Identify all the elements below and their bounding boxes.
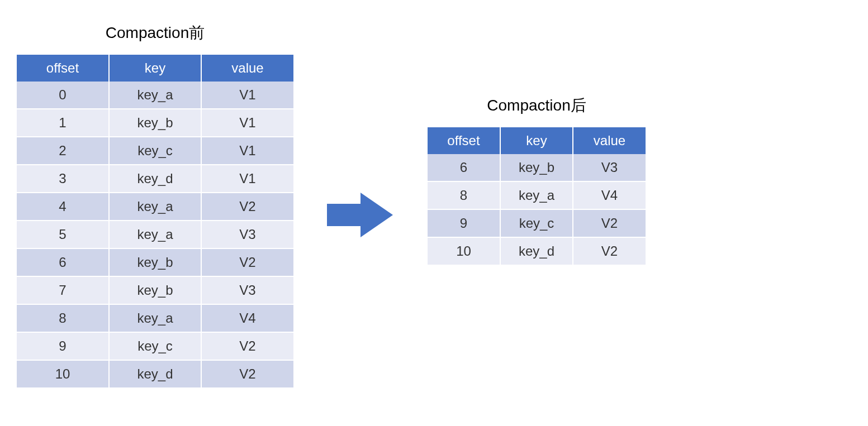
- cell-key: key_b: [500, 154, 573, 181]
- cell-value: V1: [201, 165, 293, 193]
- cell-offset: 8: [17, 304, 109, 332]
- cell-offset: 1: [17, 109, 109, 137]
- cell-key: key_a: [109, 221, 201, 248]
- table-header-row: offset key value: [428, 127, 646, 154]
- header-value: value: [573, 127, 646, 154]
- table-row: 9 key_c V2: [17, 332, 293, 360]
- table-row: 8 key_a V4: [17, 304, 293, 332]
- table-row: 1 key_b V1: [17, 109, 293, 137]
- before-compaction-section: Compaction前 offset key value 0 key_a V1 …: [17, 22, 293, 389]
- cell-key: key_d: [500, 237, 573, 265]
- cell-value: V2: [201, 193, 293, 221]
- cell-value: V2: [201, 248, 293, 276]
- after-table: offset key value 6 key_b V3 8 key_a V4 9: [428, 127, 646, 266]
- table-row: 0 key_a V1: [17, 82, 293, 109]
- svg-marker-0: [327, 193, 393, 237]
- cell-key: key_d: [109, 165, 201, 193]
- cell-value: V4: [573, 181, 646, 209]
- cell-value: V2: [201, 360, 293, 388]
- header-offset: offset: [428, 127, 500, 154]
- table-row: 5 key_a V3: [17, 221, 293, 248]
- cell-offset: 10: [17, 360, 109, 388]
- table-row: 3 key_d V1: [17, 165, 293, 193]
- cell-value: V2: [201, 332, 293, 360]
- cell-value: V3: [573, 154, 646, 181]
- cell-offset: 0: [17, 82, 109, 109]
- cell-value: V3: [201, 221, 293, 248]
- cell-offset: 5: [17, 221, 109, 248]
- header-key: key: [500, 127, 573, 154]
- header-value: value: [201, 55, 293, 82]
- cell-offset: 6: [428, 154, 500, 181]
- table-header-row: offset key value: [17, 55, 293, 82]
- cell-key: key_a: [500, 181, 573, 209]
- cell-key: key_b: [109, 248, 201, 276]
- cell-key: key_c: [109, 137, 201, 165]
- cell-offset: 8: [428, 181, 500, 209]
- table-row: 2 key_c V1: [17, 137, 293, 165]
- after-compaction-section: Compaction后 offset key value 6 key_b V3 …: [428, 95, 646, 266]
- table-row: 6 key_b V2: [17, 248, 293, 276]
- cell-key: key_b: [109, 109, 201, 137]
- cell-key: key_a: [109, 193, 201, 221]
- table-row: 6 key_b V3: [428, 154, 646, 181]
- cell-offset: 4: [17, 193, 109, 221]
- before-title: Compaction前: [106, 22, 205, 44]
- cell-offset: 6: [17, 248, 109, 276]
- cell-key: key_a: [109, 82, 201, 109]
- table-row: 10 key_d V2: [428, 237, 646, 265]
- table-row: 9 key_c V2: [428, 209, 646, 237]
- cell-offset: 9: [17, 332, 109, 360]
- cell-key: key_a: [109, 304, 201, 332]
- cell-key: key_b: [109, 276, 201, 304]
- cell-value: V2: [573, 209, 646, 237]
- arrow-icon: [327, 190, 394, 240]
- header-key: key: [109, 55, 201, 82]
- table-row: 7 key_b V3: [17, 276, 293, 304]
- cell-key: key_c: [500, 209, 573, 237]
- header-offset: offset: [17, 55, 109, 82]
- table-row: 4 key_a V2: [17, 193, 293, 221]
- cell-value: V1: [201, 82, 293, 109]
- cell-offset: 7: [17, 276, 109, 304]
- cell-offset: 3: [17, 165, 109, 193]
- before-table: offset key value 0 key_a V1 1 key_b V1 2: [17, 55, 293, 389]
- cell-value: V3: [201, 276, 293, 304]
- cell-value: V1: [201, 109, 293, 137]
- table-row: 8 key_a V4: [428, 181, 646, 209]
- cell-value: V1: [201, 137, 293, 165]
- cell-offset: 10: [428, 237, 500, 265]
- cell-offset: 2: [17, 137, 109, 165]
- cell-key: key_c: [109, 332, 201, 360]
- cell-value: V4: [201, 304, 293, 332]
- cell-offset: 9: [428, 209, 500, 237]
- table-row: 10 key_d V2: [17, 360, 293, 388]
- cell-value: V2: [573, 237, 646, 265]
- after-title: Compaction后: [487, 95, 586, 116]
- cell-key: key_d: [109, 360, 201, 388]
